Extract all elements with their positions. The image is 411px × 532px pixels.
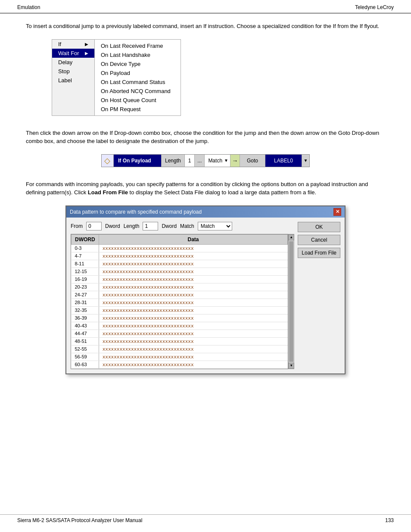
second-paragraph: Then click the down arrow on the If Drop… [26, 129, 385, 146]
menu-illustration: If ▶ Wait For ▶ Delay Stop Label On Last… [52, 39, 385, 116]
col-header-dword: DWORD [72, 234, 99, 244]
dword-label-1: Dword [105, 223, 120, 229]
table-row: 20-23xxxxxxxxxxxxxxxxxxxxxxxxxxxxxxxx [72, 283, 288, 291]
menu-item-stop[interactable]: Stop [52, 67, 94, 76]
menu-item-waitfor[interactable]: Wait For ▶ [52, 49, 94, 58]
table-row: 32-35xxxxxxxxxxxxxxxxxxxxxxxxxxxxxxxx [72, 306, 288, 314]
dialog-top-row: From Dword Length Dword Match Match Igno… [71, 222, 294, 230]
dword-cell: 36-39 [72, 314, 99, 322]
length-label: Length [161, 155, 185, 167]
if-on-payload-label: If On Payload [114, 155, 161, 167]
table-row: 24-27xxxxxxxxxxxxxxxxxxxxxxxxxxxxxxxx [72, 291, 288, 299]
data-cell: xxxxxxxxxxxxxxxxxxxxxxxxxxxxxxxx [99, 337, 288, 345]
goto-arrow-button[interactable]: → [230, 155, 240, 167]
dialog-container: Data pattern to compare with specified c… [26, 205, 385, 374]
dialog-buttons-panel: OK Cancel Load From File [298, 222, 340, 369]
dword-cell: 32-35 [72, 306, 99, 314]
load-from-file-button[interactable]: Load From File [298, 248, 340, 258]
table-row: 0-3xxxxxxxxxxxxxxxxxxxxxxxxxxxxxxxx [72, 244, 288, 252]
command-bar: ◇ If On Payload Length 1 ... Match ▼ → [101, 154, 310, 167]
submenu-arrow-waitfor: ▶ [85, 51, 88, 56]
data-cell: xxxxxxxxxxxxxxxxxxxxxxxxxxxxxxxx [99, 345, 288, 353]
data-cell: xxxxxxxxxxxxxxxxxxxxxxxxxxxxxxxx [99, 275, 288, 283]
menu-right-item-6[interactable]: On Aborted NCQ Command [95, 87, 181, 96]
table-row: 52-55xxxxxxxxxxxxxxxxxxxxxxxxxxxxxxxx [72, 345, 288, 353]
scrollbar[interactable]: ▲ ▼ [288, 234, 294, 369]
scrollbar-up-button[interactable]: ▲ [288, 234, 294, 240]
data-cell: xxxxxxxxxxxxxxxxxxxxxxxxxxxxxxxx [99, 291, 288, 299]
table-row: 28-31xxxxxxxxxxxxxxxxxxxxxxxxxxxxxxxx [72, 299, 288, 306]
dialog-table-wrapper: DWORD Data 0-3xxxxxxxxxxxxxxxxxxxxxxxxxx… [71, 234, 294, 369]
dword-cell: 12-15 [72, 268, 99, 275]
data-cell: xxxxxxxxxxxxxxxxxxxxxxxxxxxxxxxx [99, 244, 288, 252]
dword-cell: 0-3 [72, 244, 99, 252]
footer-right: 133 [385, 517, 394, 523]
menu-right-item-7[interactable]: On Host Queue Count [95, 96, 181, 105]
menu-item-if[interactable]: If ▶ [52, 40, 94, 49]
data-table: DWORD Data 0-3xxxxxxxxxxxxxxxxxxxxxxxxxx… [71, 234, 288, 369]
ok-button[interactable]: OK [298, 222, 340, 232]
dword-cell: 28-31 [72, 299, 99, 306]
dialog-table-container: DWORD Data 0-3xxxxxxxxxxxxxxxxxxxxxxxxxx… [71, 234, 288, 369]
command-bar-container: ◇ If On Payload Length 1 ... Match ▼ → [26, 154, 385, 167]
table-row: 8-11xxxxxxxxxxxxxxxxxxxxxxxxxxxxxxxx [72, 260, 288, 268]
data-cell: xxxxxxxxxxxxxxxxxxxxxxxxxxxxxxxx [99, 299, 288, 306]
menu-right-panel: On Last Received Frame On Last Handshake… [95, 39, 181, 116]
menu-right-item-8[interactable]: On PM Request [95, 105, 181, 114]
options-button[interactable]: ... [195, 155, 205, 167]
page-header: Emulation Teledyne LeCroy [0, 0, 411, 13]
menu-item-label[interactable]: Label [52, 76, 94, 85]
dword-cell: 48-51 [72, 337, 99, 345]
third-paragraph: For commands with incoming payloads, you… [26, 180, 385, 197]
dword-cell: 52-55 [72, 345, 99, 353]
table-row: 4-7xxxxxxxxxxxxxxxxxxxxxxxxxxxxxxxx [72, 252, 288, 260]
length-label-dialog: Length [124, 223, 140, 229]
match-select[interactable]: Match Ignore Compare [198, 222, 232, 230]
dword-cell: 8-11 [72, 260, 99, 268]
goto-label: Goto [240, 155, 265, 167]
match-dropdown-arrow: ▼ [224, 158, 228, 163]
data-cell: xxxxxxxxxxxxxxxxxxxxxxxxxxxxxxxx [99, 330, 288, 337]
menu-right-item-2[interactable]: On Last Handshake [95, 50, 181, 59]
match-dropdown[interactable]: Match ▼ [205, 155, 230, 167]
dword-cell: 60-63 [72, 361, 99, 368]
data-cell: xxxxxxxxxxxxxxxxxxxxxxxxxxxxxxxx [99, 322, 288, 330]
dword-cell: 44-47 [72, 330, 99, 337]
col-header-data: Data [99, 234, 288, 244]
scrollbar-down-button[interactable]: ▼ [288, 363, 294, 369]
submenu-arrow: ▶ [85, 42, 88, 47]
data-cell: xxxxxxxxxxxxxxxxxxxxxxxxxxxxxxxx [99, 353, 288, 361]
data-cell: xxxxxxxxxxxxxxxxxxxxxxxxxxxxxxxx [99, 314, 288, 322]
menu-right-item-3[interactable]: On Device Type [95, 59, 181, 68]
header-right: Teledyne LeCroy [355, 4, 394, 10]
scrollbar-thumb[interactable] [289, 241, 293, 362]
table-row: 48-51xxxxxxxxxxxxxxxxxxxxxxxxxxxxxxxx [72, 337, 288, 345]
data-cell: xxxxxxxxxxxxxxxxxxxxxxxxxxxxxxxx [99, 361, 288, 368]
payload-icon: ◇ [102, 155, 114, 167]
menu-right-item-5[interactable]: On Last Command Status [95, 78, 181, 87]
table-row: 40-43xxxxxxxxxxxxxxxxxxxxxxxxxxxxxxxx [72, 322, 288, 330]
dialog-body: From Dword Length Dword Match Match Igno… [66, 218, 345, 373]
table-row: 16-19xxxxxxxxxxxxxxxxxxxxxxxxxxxxxxxx [72, 275, 288, 283]
label0-dropdown-button[interactable]: ▼ [302, 155, 309, 167]
data-cell: xxxxxxxxxxxxxxxxxxxxxxxxxxxxxxxx [99, 306, 288, 314]
dword-cell: 56-59 [72, 353, 99, 361]
from-label: From [71, 223, 83, 229]
dword-cell: 20-23 [72, 283, 99, 291]
menu-right-item-4[interactable]: On Payload [95, 68, 181, 78]
menu-left-panel: If ▶ Wait For ▶ Delay Stop Label [52, 39, 95, 116]
page-footer: Sierra M6-2 SAS/SATA Protocol Analyzer U… [0, 514, 411, 523]
dword-cell: 4-7 [72, 252, 99, 260]
from-input[interactable] [86, 222, 102, 230]
table-row: 36-39xxxxxxxxxxxxxxxxxxxxxxxxxxxxxxxx [72, 314, 288, 322]
data-cell: xxxxxxxxxxxxxxxxxxxxxxxxxxxxxxxx [99, 260, 288, 268]
length-value: 1 [185, 155, 195, 167]
dialog-close-button[interactable]: ✕ [333, 208, 341, 216]
table-row: 12-15xxxxxxxxxxxxxxxxxxxxxxxxxxxxxxxx [72, 268, 288, 275]
dialog-titlebar: Data pattern to compare with specified c… [66, 206, 345, 218]
menu-right-item-1[interactable]: On Last Received Frame [95, 41, 181, 50]
length-input[interactable] [143, 222, 158, 230]
menu-item-delay[interactable]: Delay [52, 58, 94, 67]
dword-cell: 40-43 [72, 322, 99, 330]
cancel-button[interactable]: Cancel [298, 235, 340, 245]
